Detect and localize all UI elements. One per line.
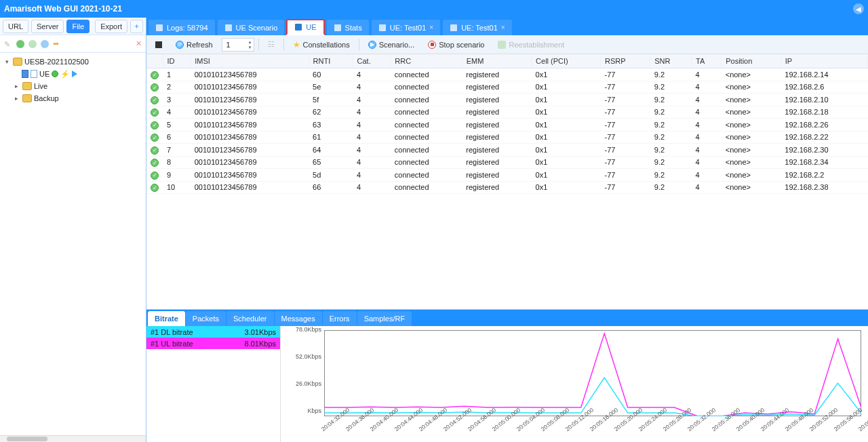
col-position[interactable]: Position: [722, 54, 781, 68]
cell-ta: 4: [692, 169, 722, 182]
table-row[interactable]: ✓6001010123456789614connectedregistered0…: [146, 131, 868, 144]
server-button[interactable]: Server: [31, 20, 64, 33]
expand-icon[interactable]: ▸: [12, 95, 20, 102]
cell-cell: 0x1: [532, 131, 601, 144]
col-cell-pci-[interactable]: Cell (PCI): [532, 54, 601, 68]
cell-ta: 4: [692, 156, 722, 169]
tab-logs-58794[interactable]: Logs: 58794: [148, 19, 216, 35]
svg-rect-2: [295, 24, 302, 31]
url-button[interactable]: URL: [3, 20, 28, 33]
col-cat-[interactable]: Cat.: [353, 54, 391, 68]
table-row[interactable]: ✓20010101234567895e4connectedregistered0…: [146, 81, 868, 94]
status-ok-icon: ✓: [151, 71, 159, 79]
col-status[interactable]: [146, 54, 163, 68]
tree-live[interactable]: ▸ Live: [11, 80, 144, 92]
scenario-button[interactable]: ▶Scenario...: [363, 38, 420, 52]
tab-ue-test01[interactable]: UE: Test01×: [371, 19, 441, 35]
export-button[interactable]: Export: [95, 20, 127, 33]
cell-id: 6: [163, 131, 191, 144]
chart-lines: [324, 330, 861, 416]
col-rsrp[interactable]: RSRP: [601, 54, 650, 68]
app-title: Amarisoft Web GUI 2021-10-21: [4, 4, 853, 14]
table-row[interactable]: ✓4001010123456789624connectedregistered0…: [146, 106, 868, 119]
cell-imsi: 001010123456789: [191, 144, 309, 157]
stop-scenario-button[interactable]: Stop scenario: [423, 38, 489, 52]
scenario-label: Scenario...: [379, 41, 415, 49]
sidebar-status-bar: ✎ ➦ ✕: [0, 35, 146, 53]
expand-icon[interactable]: ▸: [12, 83, 20, 89]
wand-icon[interactable]: ✎: [4, 40, 12, 48]
refresh-interval-input[interactable]: 1▲▼: [222, 38, 254, 52]
interval-value: 1: [226, 41, 231, 49]
columns-button[interactable]: ☷: [263, 38, 279, 52]
col-imsi[interactable]: IMSI: [191, 54, 309, 68]
col-rnti[interactable]: RNTI: [309, 54, 353, 68]
file-button[interactable]: File: [66, 20, 90, 33]
bottom-tab-packets[interactable]: Packets: [186, 311, 226, 326]
close-icon[interactable]: ✕: [136, 39, 142, 48]
bottom-tab-bitrate[interactable]: Bitrate: [148, 311, 185, 326]
col-emm[interactable]: EMM: [462, 54, 531, 68]
cell-snr: 9.2: [650, 181, 692, 194]
tab-ue[interactable]: UE: [286, 19, 324, 35]
tab-ue-scenario[interactable]: UE Scenario: [217, 19, 285, 35]
cell-snr: 9.2: [650, 106, 692, 119]
bottom-tab-messages[interactable]: Messages: [275, 311, 322, 326]
cell-status: ✓: [146, 131, 163, 144]
add-button[interactable]: ＋: [130, 20, 143, 33]
cell-status: ✓: [146, 156, 163, 169]
play-icon[interactable]: [72, 71, 77, 77]
status-lightgreen-icon[interactable]: [28, 40, 37, 48]
cell-snr: 9.2: [650, 81, 692, 94]
tab-icon: [450, 24, 458, 32]
cell-imsi: 001010123456789: [191, 181, 309, 194]
close-icon[interactable]: ×: [501, 24, 505, 31]
bolt-icon: ⚡: [60, 70, 70, 79]
sidebar: URL Server File Export ＋ ✎ ➦ ✕ ▾ UESB-20…: [0, 18, 146, 442]
expand-icon[interactable]: ▾: [3, 58, 11, 65]
folder-icon: [22, 82, 32, 90]
table-row[interactable]: ✓30010101234567895f4connectedregistered0…: [146, 94, 868, 106]
constellations-button[interactable]: ★Constellations: [288, 38, 355, 52]
stop-button[interactable]: [151, 38, 167, 52]
arrow-icon[interactable]: ➦: [53, 39, 59, 48]
col-snr[interactable]: SNR: [650, 54, 692, 68]
table-row[interactable]: ✓7001010123456789644connectedregistered0…: [146, 144, 868, 157]
tree-ue[interactable]: UE ⚡: [20, 68, 144, 80]
table-row[interactable]: ✓10001010123456789664connectedregistered…: [146, 181, 868, 194]
tree-root[interactable]: ▾ UESB-2021102500: [1, 56, 144, 68]
bottom-tab-errors[interactable]: Errors: [323, 311, 357, 326]
refresh-button[interactable]: ⟳Refresh: [171, 38, 218, 52]
tab-stats[interactable]: Stats: [326, 19, 370, 35]
bottom-tab-scheduler[interactable]: Scheduler: [226, 311, 274, 326]
collapse-sidebar-icon[interactable]: ◀: [853, 3, 864, 14]
table-row[interactable]: ✓5001010123456789634connectedregistered0…: [146, 119, 868, 132]
cell-cat: 4: [353, 181, 391, 194]
bottom-tab-samples-rf[interactable]: Samples/RF: [357, 311, 412, 326]
col-ta[interactable]: TA: [692, 54, 722, 68]
status-green-icon[interactable]: [16, 40, 24, 48]
cell-ta: 4: [692, 144, 722, 157]
table-row[interactable]: ✓8001010123456789654connectedregistered0…: [146, 156, 868, 169]
cell-rnti: 65: [309, 156, 353, 169]
table-row[interactable]: ✓90010101234567895d4connectedregistered0…: [146, 169, 868, 182]
col-id[interactable]: ID: [163, 54, 191, 68]
cell-cat: 4: [353, 119, 391, 132]
status-ok-icon: ✓: [151, 134, 159, 142]
ue-table-wrap[interactable]: IDIMSIRNTICat.RRCEMMCell (PCI)RSRPSNRTAP…: [146, 54, 868, 309]
cell-status: ✓: [146, 94, 163, 106]
col-ip[interactable]: IP: [781, 54, 867, 68]
status-ok-icon: ✓: [151, 121, 159, 129]
tree-backup[interactable]: ▸ Backup: [11, 92, 144, 104]
tab-ue-test01[interactable]: UE: Test01×: [442, 19, 512, 35]
cell-rrc: connected: [391, 119, 462, 132]
cell-snr: 9.2: [650, 131, 692, 144]
status-blue-icon[interactable]: [41, 40, 49, 48]
sidebar-scrollbar[interactable]: [0, 435, 146, 442]
play-circle-icon: ▶: [368, 41, 376, 49]
table-row[interactable]: ✓1001010123456789604connectedregistered0…: [146, 68, 868, 81]
close-icon[interactable]: ×: [429, 24, 433, 31]
col-rrc[interactable]: RRC: [391, 54, 462, 68]
tab-label: Stats: [345, 24, 362, 32]
file-icon: [22, 70, 28, 78]
